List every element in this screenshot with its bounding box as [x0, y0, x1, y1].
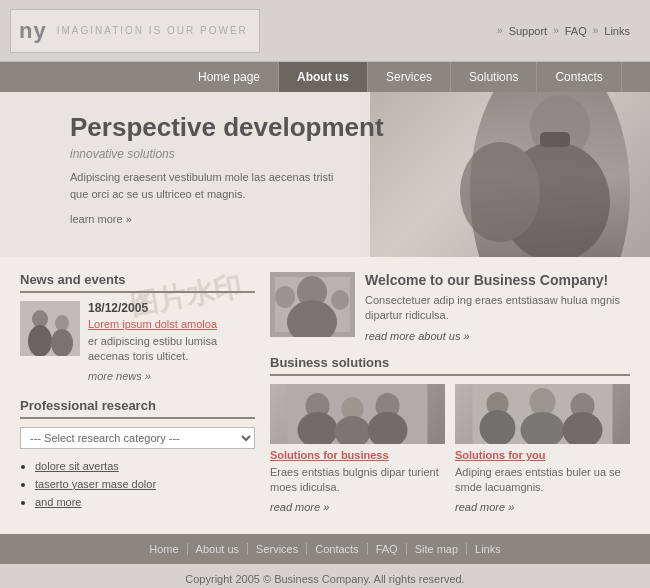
news-date: 18/12/2005 — [88, 301, 255, 315]
main-wrapper: 图片水印 News and events — [0, 257, 650, 534]
hero-learn-more[interactable]: learn more » — [70, 213, 132, 225]
hero-content: Perspective development innovative solut… — [70, 112, 630, 226]
welcome-thumbnail — [270, 272, 355, 337]
hero-title: Perspective development — [70, 112, 630, 143]
support-link[interactable]: Support — [509, 25, 548, 37]
copyright-text: Copyright 2005 © Business Company. All r… — [185, 573, 464, 585]
biz-link-1[interactable]: Solutions for business — [270, 449, 445, 461]
svg-point-13 — [275, 286, 295, 308]
biz-read-more-2[interactable]: read more » — [455, 501, 514, 513]
news-section: News and events — [20, 272, 255, 383]
footer-faq[interactable]: FAQ — [368, 543, 407, 555]
biz-thumb-1 — [270, 384, 445, 444]
svg-point-6 — [28, 325, 52, 356]
biz-image-1 — [270, 384, 445, 444]
footer-nav: Home About us Services Contacts FAQ Site… — [0, 534, 650, 564]
news-content: 18/12/2005 Lorem ipsum dolst amoloa er a… — [88, 301, 255, 383]
svg-point-7 — [55, 315, 69, 331]
news-title: News and events — [20, 272, 255, 293]
welcome-text: Consectetuer adip ing eraes entstiasaw h… — [365, 293, 630, 324]
research-link-1[interactable]: dolore sit avertas — [35, 460, 119, 472]
arrow-icon: » — [553, 25, 559, 36]
tagline: IMAGINATION IS OUR POWER — [57, 25, 248, 36]
biz-text-2: Adiping eraes entstias buler ua se smde … — [455, 465, 630, 496]
research-title: Professional research — [20, 398, 255, 419]
news-text: er adipiscing estibu lumisa aecenas tori… — [88, 334, 255, 365]
research-link-2[interactable]: taserto yaser mase dolor — [35, 478, 156, 490]
nav-solutions[interactable]: Solutions — [451, 62, 537, 92]
news-thumbnail — [20, 301, 80, 356]
hero-subtitle: innovative solutions — [70, 147, 630, 161]
links-link[interactable]: Links — [604, 25, 630, 37]
svg-point-14 — [331, 290, 349, 310]
logo-text: ny — [19, 18, 47, 44]
biz-card-2: Solutions for you Adiping eraes entstias… — [455, 384, 630, 514]
footer-links[interactable]: Links — [467, 543, 509, 555]
footer-about[interactable]: About us — [188, 543, 248, 555]
biz-read-more-1[interactable]: read more » — [270, 501, 329, 513]
arrow-icon: » — [497, 25, 503, 36]
news-image-svg — [20, 301, 80, 356]
nav-homepage[interactable]: Home page — [180, 62, 279, 92]
business-title: Business solutions — [270, 355, 630, 376]
hero-section: Perspective development innovative solut… — [0, 92, 650, 257]
welcome-section: Welcome to our Business Company! Consect… — [270, 272, 630, 343]
arrow-icon: » — [593, 25, 599, 36]
news-item: 18/12/2005 Lorem ipsum dolst amoloa er a… — [20, 301, 255, 383]
more-news-link[interactable]: more news » — [88, 370, 151, 382]
research-link-item: dolore sit avertas — [35, 459, 255, 473]
nav-contacts[interactable]: Contacts — [537, 62, 621, 92]
welcome-title: Welcome to our Business Company! — [365, 272, 630, 288]
footer-contacts[interactable]: Contacts — [307, 543, 367, 555]
biz-card-1: Solutions for business Eraes entstias bu… — [270, 384, 445, 514]
news-link[interactable]: Lorem ipsum dolst amoloa — [88, 318, 255, 330]
research-links: dolore sit avertas taserto yaser mase do… — [20, 459, 255, 509]
main-nav: Home page About us Services Solutions Co… — [0, 62, 650, 92]
research-section: Professional research --- Select researc… — [20, 398, 255, 509]
welcome-content: Welcome to our Business Company! Consect… — [365, 272, 630, 343]
biz-link-2[interactable]: Solutions for you — [455, 449, 630, 461]
business-cards: Solutions for business Eraes entstias bu… — [270, 384, 630, 514]
welcome-read-more[interactable]: read more about us » — [365, 330, 470, 342]
svg-point-8 — [51, 329, 73, 356]
business-section: Business solutions — [270, 355, 630, 514]
top-links: » Support » FAQ » Links — [497, 25, 640, 37]
footer-home[interactable]: Home — [141, 543, 187, 555]
svg-point-25 — [530, 388, 556, 416]
biz-image-2 — [455, 384, 630, 444]
top-bar: ny IMAGINATION IS OUR POWER » Support » … — [0, 0, 650, 62]
main-content: News and events — [0, 257, 650, 534]
welcome-image-svg — [270, 272, 355, 337]
nav-services[interactable]: Services — [368, 62, 451, 92]
nav-about[interactable]: About us — [279, 62, 368, 92]
footer-sitemap[interactable]: Site map — [407, 543, 467, 555]
left-column: News and events — [20, 272, 255, 519]
faq-link[interactable]: FAQ — [565, 25, 587, 37]
right-column: Welcome to our Business Company! Consect… — [270, 272, 630, 519]
thumb-people — [20, 301, 80, 356]
biz-thumb-2 — [455, 384, 630, 444]
footer-services[interactable]: Services — [248, 543, 307, 555]
research-link-item: taserto yaser mase dolor — [35, 477, 255, 491]
logo-area: ny IMAGINATION IS OUR POWER — [10, 9, 260, 53]
footer-copyright: Copyright 2005 © Business Company. All r… — [0, 564, 650, 588]
research-link-item: and more — [35, 495, 255, 509]
biz-text-1: Eraes entstias bulgnis dipar turient moe… — [270, 465, 445, 496]
research-select[interactable]: --- Select research category --- — [20, 427, 255, 449]
hero-description: Adipiscing eraesent vestibulum mole las … — [70, 169, 350, 202]
research-link-3[interactable]: and more — [35, 496, 81, 508]
